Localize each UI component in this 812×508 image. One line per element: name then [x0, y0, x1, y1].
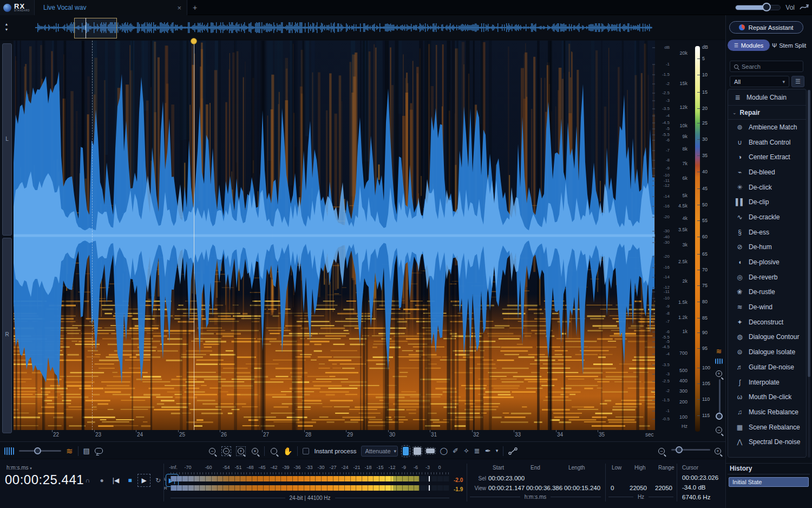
module-list-menu-button[interactable]: ☰ — [791, 76, 804, 87]
signal-chain-icon[interactable] — [508, 447, 518, 455]
channel-strip-left[interactable]: L — [2, 43, 12, 236]
module-de-click[interactable]: ✳ De-click — [728, 180, 806, 195]
volume-slider[interactable] — [735, 5, 781, 10]
time-format-selector[interactable]: h:m:s.ms ▾ — [6, 465, 32, 471]
tool-options-chevron-icon[interactable]: ▾ — [496, 448, 499, 453]
module-search[interactable] — [730, 61, 803, 72]
freq-low-value[interactable]: 0 — [611, 485, 614, 491]
play-button[interactable]: ▶ — [139, 476, 149, 485]
view-start-value[interactable]: 00:00:21.147 — [488, 485, 525, 491]
module-de-clip[interactable]: ▌▌ De-clip — [728, 194, 806, 210]
tab-close-icon[interactable]: × — [177, 4, 181, 12]
vertical-zoom-slider[interactable] — [719, 379, 721, 414]
zoom-reset-button[interactable]: × — [251, 447, 259, 455]
module-breath-control[interactable]: ∪ Breath Control — [728, 135, 806, 150]
category-filter-dropdown[interactable]: All ▾ — [730, 76, 789, 87]
module-chain-item[interactable]: ≣ Module Chain — [728, 89, 806, 106]
lasso-selection-tool[interactable]: ◯ — [440, 447, 448, 454]
spectrogram-view[interactable] — [14, 41, 655, 430]
file-tab[interactable]: Live Vocal wav × — [35, 0, 187, 15]
magnify-tool[interactable] — [270, 447, 278, 455]
module-guitar-de-noise[interactable]: ♬ Guitar De-noise — [728, 360, 806, 375]
signal-flow-icon[interactable] — [799, 3, 810, 12]
comment-icon[interactable] — [95, 448, 103, 454]
horizontal-zoom-in-button[interactable]: + — [713, 447, 722, 455]
module-de-plosive[interactable]: ◖ De-plosive — [728, 255, 806, 270]
loop-button[interactable]: ↻ — [153, 476, 163, 485]
module-de-ess[interactable]: § De-ess — [728, 225, 806, 240]
waveform-spectrogram-blend-slider[interactable] — [19, 450, 61, 452]
meter-right-peak-value[interactable]: -1.9 — [454, 486, 463, 492]
vertical-zoom-knob[interactable] — [716, 413, 723, 420]
view-length-value[interactable]: 00:00:15.240 — [564, 485, 600, 491]
vertical-zoom-out-button[interactable]: − — [715, 426, 723, 434]
waveform-mini-icon[interactable] — [715, 359, 723, 365]
waveform-overview[interactable]: ▲ ▼ — [0, 15, 725, 40]
overview-playhead[interactable] — [86, 18, 86, 38]
tab-stem-split[interactable]: Ψ Stem Split — [772, 40, 811, 51]
zoom-fit-button[interactable]: + — [236, 446, 246, 456]
module-music-rebalance[interactable]: ♫ Music Rebalance — [728, 405, 806, 420]
brush-selection-tool[interactable]: ✐ — [453, 447, 459, 454]
zoom-out-button[interactable]: − — [208, 447, 217, 455]
freq-range-value[interactable]: 22050 — [655, 485, 672, 491]
module-de-wind[interactable]: ≋ De-wind — [728, 299, 806, 315]
pencil-tool[interactable]: ✒ — [485, 447, 491, 454]
horizontal-zoom-knob[interactable] — [676, 446, 683, 453]
magic-wand-tool[interactable]: ✧ — [463, 447, 469, 454]
monitor-button[interactable]: ∩ — [83, 476, 93, 485]
tab-modules[interactable]: ☰ Modules — [728, 40, 770, 51]
module-dialogue-contour[interactable]: ◍ Dialogue Contour — [728, 330, 806, 345]
playhead-marker[interactable] — [191, 38, 197, 44]
history-item-initial-state[interactable]: Initial State — [729, 477, 809, 487]
module-center-extract[interactable]: ◑ Center Extract — [728, 149, 806, 165]
search-input[interactable] — [742, 63, 799, 70]
spectrogram-mini-icon[interactable]: ≋ — [715, 348, 723, 355]
instant-process-checkbox[interactable] — [303, 448, 309, 454]
hand-tool[interactable]: ✋ — [283, 447, 292, 455]
module-ambience-match[interactable]: ⊚ Ambience Match — [728, 120, 806, 135]
meter-left-peak-value[interactable]: -2.0 — [454, 477, 463, 483]
spectrogram-canvas[interactable] — [14, 41, 655, 430]
module-interpolate[interactable]: ʃ Interpolate — [728, 375, 806, 390]
repair-section-header[interactable]: ⌄ Repair — [728, 106, 806, 120]
module-de-rustle[interactable]: ❀ De-rustle — [728, 285, 806, 300]
display-settings-icon[interactable]: ▤ — [83, 447, 90, 454]
module-deconstruct[interactable]: ✦ Deconstruct — [728, 315, 806, 330]
module-scene-rebalance[interactable]: ▦ Scene Rebalance — [728, 420, 806, 435]
overview-view-region[interactable] — [74, 18, 117, 38]
playhead-line[interactable] — [194, 41, 194, 430]
horizontal-zoom-out-button[interactable]: − — [657, 447, 666, 455]
time-selection-tool[interactable] — [403, 447, 409, 455]
module-de-bleed[interactable]: ⌁ De-bleed — [728, 165, 806, 180]
new-tab-button[interactable]: + — [187, 0, 202, 15]
frequency-ruler[interactable]: 20k 15k 12k 10k 9k 8k 7k 6k 5k 4.5k 4k 3… — [670, 41, 687, 430]
overview-expand-icon[interactable]: ▲ ▼ — [2, 22, 11, 34]
waveform-display-icon[interactable] — [4, 447, 14, 455]
module-de-crackle[interactable]: ∿ De-crackle — [728, 210, 806, 225]
volume-slider-knob[interactable] — [762, 3, 771, 11]
record-button[interactable]: ● — [97, 476, 107, 485]
repair-assistant-button[interactable]: Repair Assistant — [729, 21, 803, 34]
process-mode-dropdown[interactable]: Attenuate ▾ — [361, 446, 398, 457]
module-de-reverb[interactable]: ◎ De-reverb — [728, 270, 806, 285]
frequency-selection-tool[interactable] — [426, 448, 435, 453]
time-frequency-selection-tool[interactable] — [414, 447, 421, 455]
freq-high-value[interactable]: 22050 — [630, 485, 647, 491]
harmonics-selection-tool[interactable]: ≣ — [474, 447, 480, 454]
stop-button[interactable]: ■ — [125, 476, 135, 485]
skip-to-start-button[interactable]: |◀ — [111, 476, 121, 485]
module-dialogue-isolate[interactable]: ⊜ Dialogue Isolate — [728, 344, 806, 360]
overview-waveform-canvas[interactable] — [35, 16, 652, 39]
channel-strip-right[interactable]: R — [2, 238, 12, 433]
module-spectral-de-noise[interactable]: ⋀ Spectral De-noise — [728, 434, 806, 450]
selection-start-value[interactable]: 00:00:23.000 — [488, 475, 525, 481]
spectrogram-display-icon[interactable]: ≋ — [66, 447, 73, 455]
view-end-value[interactable]: 00:00:36.386 — [526, 485, 562, 491]
module-mouth-de-click[interactable]: ω Mouth De-click — [728, 389, 806, 405]
module-de-hum[interactable]: ⊘ De-hum — [728, 240, 806, 255]
vertical-zoom-in-button[interactable]: + — [715, 369, 723, 378]
time-ruler[interactable]: 22 23 24 25 26 27 28 29 30 31 32 33 34 3… — [14, 430, 655, 441]
module-list-scrollbar-thumb[interactable] — [808, 90, 810, 377]
zoom-to-selection-button[interactable]: − — [221, 446, 231, 456]
